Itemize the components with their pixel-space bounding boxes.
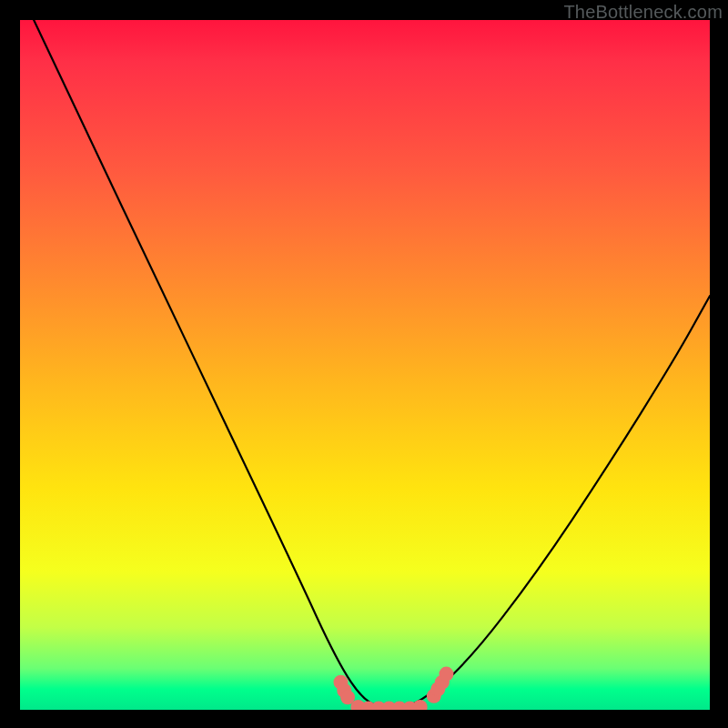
marker-left-cluster-1	[333, 675, 348, 690]
marker-right-cluster-4	[439, 667, 453, 682]
bottleneck-curve	[34, 20, 710, 708]
marker-right-cluster-1	[427, 689, 441, 703]
marker-left-cluster-3	[340, 690, 355, 704]
marker-bottom-5	[392, 701, 407, 710]
marker-bottom-4	[382, 701, 397, 710]
marker-left-cluster-2	[337, 683, 351, 698]
marker-bottom-3	[371, 701, 386, 710]
marker-bottom-1	[350, 700, 365, 710]
marker-bottom-6	[402, 701, 417, 710]
plot-area	[20, 20, 710, 710]
marker-group	[333, 667, 453, 710]
marker-bottom-2	[361, 701, 376, 710]
marker-bottom-7	[413, 700, 428, 710]
marker-right-cluster-2	[430, 682, 445, 696]
marker-right-cluster-3	[435, 675, 450, 690]
curve-svg	[20, 20, 710, 710]
chart-stage: TheBottleneck.com	[0, 0, 728, 728]
